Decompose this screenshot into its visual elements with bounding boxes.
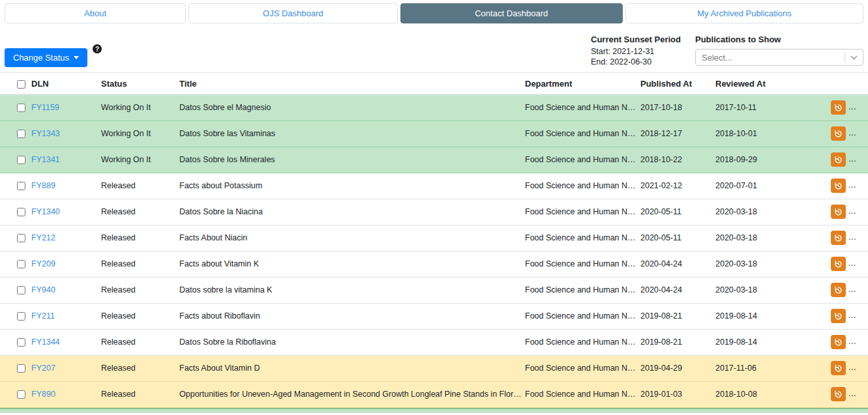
dln-link[interactable]: FY1343 bbox=[31, 129, 60, 138]
header-reviewed-at: Reviewed At bbox=[715, 73, 828, 94]
history-button[interactable] bbox=[831, 309, 846, 323]
dln-link[interactable]: FY211 bbox=[31, 311, 55, 321]
row-checkbox[interactable] bbox=[17, 338, 25, 347]
file-icon bbox=[854, 390, 862, 399]
history-button[interactable] bbox=[831, 283, 846, 297]
publications-select[interactable]: Select... bbox=[695, 49, 863, 66]
notes-button[interactable] bbox=[850, 361, 865, 375]
row-checkbox[interactable] bbox=[17, 104, 25, 112]
history-icon bbox=[834, 104, 843, 112]
department-cell: Food Science and Human Nutrit... bbox=[525, 173, 640, 199]
dln-link[interactable]: FY889 bbox=[31, 181, 55, 190]
row-checkbox[interactable] bbox=[17, 234, 25, 242]
history-button[interactable] bbox=[831, 205, 846, 219]
dln-link[interactable]: FY209 bbox=[31, 259, 55, 268]
published-cell: 2020-05-11 bbox=[640, 225, 715, 251]
history-button[interactable] bbox=[831, 361, 846, 375]
dln-link[interactable]: FY1344 bbox=[31, 337, 60, 347]
notes-button[interactable] bbox=[850, 152, 865, 167]
title-cell: Facts About Vitamin D bbox=[179, 355, 525, 381]
row-checkbox[interactable] bbox=[17, 286, 25, 294]
row-checkbox[interactable] bbox=[17, 156, 25, 164]
title-cell: Datos Sobre la Niacina bbox=[179, 199, 525, 225]
table-row: FY1344 Released Datos Sobre la Riboflavi… bbox=[0, 329, 868, 355]
published-cell: 2019-01-03 bbox=[640, 381, 715, 407]
notes-button[interactable] bbox=[850, 335, 865, 349]
history-icon bbox=[834, 182, 843, 190]
change-status-label: Change Status bbox=[13, 53, 69, 63]
dln-link[interactable]: FY1340 bbox=[31, 207, 60, 216]
sunset-start: Start: 2021-12-31 bbox=[591, 46, 681, 57]
notes-button[interactable] bbox=[850, 100, 865, 115]
notes-button[interactable] bbox=[850, 387, 865, 401]
status-cell: Released bbox=[101, 303, 179, 329]
notes-button[interactable] bbox=[850, 126, 865, 141]
dln-link[interactable]: FY890 bbox=[31, 390, 55, 399]
tab-ojs-dashboard[interactable]: OJS Dashboard bbox=[188, 3, 398, 23]
published-cell: 2019-08-21 bbox=[640, 329, 715, 355]
history-button[interactable] bbox=[831, 335, 846, 349]
department-cell: Food Science and Human Nutrit... bbox=[525, 147, 640, 173]
status-cell: Released bbox=[101, 251, 179, 277]
history-button[interactable] bbox=[831, 387, 846, 401]
reviewed-cell: 2020-03-18 bbox=[715, 277, 828, 303]
department-cell: Food Science and Human Nutrit... bbox=[525, 121, 640, 147]
history-button[interactable] bbox=[831, 257, 846, 271]
table-row: FY209 Released Facts about Vitamin K Foo… bbox=[0, 251, 868, 277]
history-button[interactable] bbox=[831, 100, 846, 115]
row-checkbox[interactable] bbox=[17, 390, 25, 399]
row-checkbox[interactable] bbox=[17, 182, 25, 190]
published-cell: 2020-04-24 bbox=[640, 251, 715, 277]
table-body: FY1159 Working On It Datos Sobre el Magn… bbox=[0, 94, 868, 407]
dln-link[interactable]: FY940 bbox=[31, 285, 55, 294]
row-checkbox[interactable] bbox=[17, 364, 25, 373]
sunset-period-title: Current Sunset Period bbox=[591, 35, 681, 45]
department-cell: Food Science and Human Nutrit... bbox=[525, 225, 640, 251]
chevron-down-icon[interactable] bbox=[845, 55, 863, 60]
row-checkbox[interactable] bbox=[17, 260, 25, 268]
status-cell: Working On It bbox=[101, 147, 179, 173]
notes-button[interactable] bbox=[850, 179, 865, 193]
notes-button[interactable] bbox=[850, 309, 865, 323]
status-cell: Released bbox=[101, 225, 179, 251]
dln-link[interactable]: FY212 bbox=[31, 233, 55, 242]
status-cell: Released bbox=[101, 381, 179, 407]
history-icon bbox=[834, 130, 843, 138]
tab-about[interactable]: About bbox=[5, 3, 186, 23]
header-title: Title bbox=[179, 73, 525, 94]
notes-button[interactable] bbox=[850, 205, 865, 219]
notes-button[interactable] bbox=[850, 231, 865, 245]
status-cell: Released bbox=[101, 329, 179, 355]
current-sunset-period: Current Sunset Period Start: 2021-12-31 … bbox=[591, 35, 681, 67]
row-checkbox[interactable] bbox=[17, 312, 25, 321]
help-icon[interactable]: ? bbox=[93, 44, 102, 53]
dln-link[interactable]: FY1159 bbox=[31, 103, 59, 112]
tab-my-archived-publications[interactable]: My Archived Publications bbox=[625, 3, 863, 23]
title-cell: Facts about Potassium bbox=[179, 173, 525, 199]
history-button[interactable] bbox=[831, 126, 846, 141]
history-icon bbox=[834, 364, 843, 373]
table-row: FY1159 Working On It Datos Sobre el Magn… bbox=[0, 94, 868, 121]
dln-link[interactable]: FY207 bbox=[31, 364, 55, 373]
notes-button[interactable] bbox=[850, 257, 865, 271]
select-all-checkbox[interactable] bbox=[17, 80, 25, 89]
dln-link[interactable]: FY1341 bbox=[31, 155, 60, 164]
file-icon bbox=[854, 260, 862, 268]
notes-button[interactable] bbox=[850, 283, 865, 297]
next-row-partial bbox=[0, 408, 868, 413]
published-cell: 2018-12-17 bbox=[640, 121, 715, 147]
tab-contact-dashboard[interactable]: Contact Dashboard bbox=[400, 3, 623, 23]
row-checkbox[interactable] bbox=[17, 130, 25, 138]
row-checkbox[interactable] bbox=[17, 208, 25, 216]
file-icon bbox=[854, 286, 862, 294]
history-button[interactable] bbox=[831, 231, 846, 245]
table-header-row: DLN Status Title Department Published At… bbox=[0, 73, 868, 94]
table-row: FY889 Released Facts about Potassium Foo… bbox=[0, 173, 868, 199]
status-cell: Released bbox=[101, 355, 179, 381]
published-cell: 2021-02-12 bbox=[640, 173, 715, 199]
history-button[interactable] bbox=[831, 179, 846, 193]
reviewed-cell: 2020-07-01 bbox=[715, 173, 828, 199]
change-status-button[interactable]: Change Status bbox=[5, 48, 87, 67]
history-button[interactable] bbox=[831, 152, 846, 167]
title-cell: Facts About Niacin bbox=[179, 225, 525, 251]
